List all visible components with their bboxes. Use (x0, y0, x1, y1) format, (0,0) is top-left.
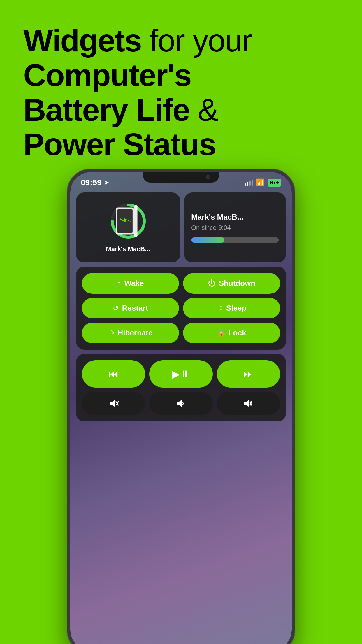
headline-normal-and: & (189, 92, 218, 127)
hibernate-label: Hibernate (118, 328, 153, 337)
hibernate-button[interactable]: ☽ Hibernate (82, 323, 179, 343)
controls-grid: ↑ Wake ⏻ Shutdown ↺ Restart ☽ Sleep (82, 273, 280, 343)
sleep-label: Sleep (226, 304, 246, 313)
headline-bold-battery: Battery Life (23, 92, 189, 127)
svg-marker-6 (110, 400, 115, 407)
lock-button[interactable]: 🔒 Lock (183, 323, 280, 343)
svg-marker-9 (177, 400, 182, 407)
sleep-button[interactable]: ☽ Sleep (183, 298, 280, 318)
headline-normal-for: for your (141, 23, 252, 58)
wifi-icon: 📶 (256, 178, 265, 187)
phone-frame: 09:59 ➤ 📶 97+ (67, 169, 295, 644)
lock-label: Lock (229, 328, 246, 337)
play-pause-icon: ▶⏸ (172, 368, 190, 380)
laptop-icon-svg (109, 202, 147, 240)
restart-icon: ↺ (113, 304, 119, 312)
mute-button[interactable] (82, 392, 145, 415)
front-camera (206, 175, 210, 179)
svg-marker-10 (244, 400, 249, 407)
restart-label: Restart (122, 304, 148, 313)
svg-rect-4 (134, 205, 137, 237)
lock-icon: 🔒 (217, 329, 225, 337)
shutdown-label: Shutdown (219, 279, 256, 288)
next-track-icon: ⏭ (243, 368, 254, 380)
info-device-name: Mark's MacB... (191, 213, 279, 222)
mute-icon (108, 398, 119, 409)
headline: Widgets for your Computer's Battery Life… (23, 23, 339, 162)
headline-bold-power: Power Status (23, 127, 216, 162)
notch (143, 172, 219, 183)
media-widget: ⏮ ▶⏸ ⏭ (76, 354, 286, 421)
phone-screen: 09:59 ➤ 📶 97+ (70, 172, 292, 644)
status-icons: 📶 97+ (245, 178, 281, 187)
next-track-button[interactable]: ⏭ (217, 360, 280, 388)
hibernate-icon: ☽ (108, 329, 114, 337)
shutdown-icon: ⏻ (208, 279, 215, 288)
signal-icon (245, 179, 253, 186)
battery-circle-widget[interactable]: Mark's MacB... (76, 192, 180, 262)
power-button (293, 242, 295, 277)
volume-down-button (67, 257, 69, 277)
prev-track-button[interactable]: ⏮ (82, 360, 145, 388)
laptop-icon-wrapper (109, 202, 147, 240)
time-display: 09:59 (81, 178, 102, 187)
battery-widget-device-name: Mark's MacB... (106, 245, 150, 253)
battery-circle (109, 202, 147, 240)
info-subtitle: On since 9:04 (191, 224, 279, 232)
restart-button[interactable]: ↺ Restart (82, 298, 179, 318)
top-widgets-row: Mark's MacB... Mark's MacB... On since 9… (76, 192, 286, 262)
volume-up-button (67, 230, 69, 251)
info-widget[interactable]: Mark's MacB... On since 9:04 (184, 192, 286, 262)
battery-bar-fill (191, 237, 224, 243)
volume-up-icon (243, 398, 254, 409)
wake-label: Wake (124, 279, 144, 288)
play-pause-button[interactable]: ▶⏸ (149, 360, 212, 388)
widgets-container: Mark's MacB... Mark's MacB... On since 9… (76, 192, 286, 421)
wake-button[interactable]: ↑ Wake (82, 273, 179, 294)
battery-indicator: 97+ (268, 179, 281, 187)
controls-widget: ↑ Wake ⏻ Shutdown ↺ Restart ☽ Sleep (76, 267, 286, 350)
volume-icon (176, 398, 186, 409)
headline-bold-computer: Computer's (23, 57, 191, 93)
shutdown-button[interactable]: ⏻ Shutdown (183, 273, 280, 294)
headline-bold-widgets: Widgets (23, 23, 141, 58)
prev-track-icon: ⏮ (108, 368, 119, 380)
volume-up-button[interactable] (217, 392, 280, 415)
volume-down-button[interactable] (149, 392, 212, 415)
sleep-icon: ☽ (217, 304, 223, 312)
wake-icon: ↑ (117, 279, 121, 288)
volume-controls-row (82, 392, 280, 415)
media-grid: ⏮ ▶⏸ ⏭ (82, 360, 280, 388)
status-time: 09:59 ➤ (81, 178, 109, 187)
location-arrow-icon: ➤ (104, 179, 109, 186)
battery-bar (191, 237, 279, 243)
